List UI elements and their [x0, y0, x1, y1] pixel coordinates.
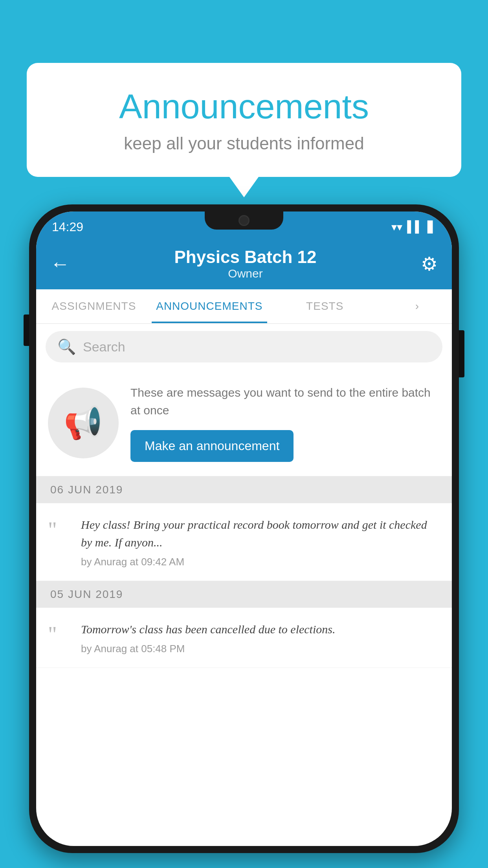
search-input-wrap[interactable]: 🔍 Search [46, 331, 442, 362]
back-button[interactable]: ← [50, 252, 70, 275]
search-placeholder: Search [83, 339, 125, 355]
speech-bubble-title: Announcements [42, 86, 446, 127]
phone-notch [205, 211, 283, 230]
promo-right: These are messages you want to send to t… [130, 384, 440, 462]
announcement-text-2: Tomorrow's class has been cancelled due … [81, 620, 440, 638]
header-title-group: Physics Batch 12 Owner [174, 247, 317, 280]
content-area: 🔍 Search 📢 These are messages you want t… [36, 324, 452, 668]
settings-icon[interactable]: ⚙ [421, 253, 438, 275]
announcement-author-1: by Anurag at 09:42 AM [81, 556, 440, 568]
wifi-icon: ▾▾ [391, 221, 402, 234]
battery-icon: ▋ [427, 221, 436, 234]
date-separator-jun5: 05 JUN 2019 [36, 581, 452, 608]
announcement-content-2: Tomorrow's class has been cancelled due … [81, 620, 440, 655]
announcement-item-2: " Tomorrow's class has been cancelled du… [36, 608, 452, 668]
tab-more[interactable]: › [383, 289, 452, 323]
phone-side-button-right [459, 330, 464, 377]
status-time: 14:29 [52, 220, 83, 234]
phone-side-button-left [24, 314, 29, 346]
search-bar: 🔍 Search [36, 324, 452, 370]
date-separator-jun6: 06 JUN 2019 [36, 476, 452, 503]
tab-announcements[interactable]: ANNOUNCEMENTS [152, 289, 267, 323]
megaphone-icon: 📢 [64, 405, 103, 441]
batch-title: Physics Batch 12 [174, 247, 317, 267]
megaphone-circle: 📢 [48, 388, 119, 458]
tabs-bar: ASSIGNMENTS ANNOUNCEMENTS TESTS › [36, 289, 452, 324]
promo-description: These are messages you want to send to t… [130, 384, 440, 419]
tab-assignments[interactable]: ASSIGNMENTS [36, 289, 152, 323]
announcement-promo: 📢 These are messages you want to send to… [36, 370, 452, 476]
app-header: ← Physics Batch 12 Owner ⚙ [36, 238, 452, 289]
announcement-content-1: Hey class! Bring your practical record b… [81, 516, 440, 568]
phone-camera [238, 215, 250, 226]
announcement-author-2: by Anurag at 05:48 PM [81, 643, 440, 655]
phone-screen: 14:29 ▾▾ ▌▌ ▋ ← Physics Batch 12 Owner ⚙ [36, 211, 452, 846]
status-icons: ▾▾ ▌▌ ▋ [391, 221, 436, 234]
signal-icon: ▌▌ [407, 221, 423, 233]
search-icon: 🔍 [57, 338, 76, 355]
speech-bubble-container: Announcements keep all your students inf… [27, 63, 461, 177]
speech-bubble: Announcements keep all your students inf… [27, 63, 461, 177]
owner-label: Owner [174, 267, 317, 280]
quote-icon-2: " [48, 620, 72, 645]
announcement-item-1: " Hey class! Bring your practical record… [36, 503, 452, 581]
make-announcement-button[interactable]: Make an announcement [130, 430, 294, 462]
tab-tests[interactable]: TESTS [267, 289, 383, 323]
phone-outer: 14:29 ▾▾ ▌▌ ▋ ← Physics Batch 12 Owner ⚙ [29, 204, 459, 853]
quote-icon-1: " [48, 516, 72, 541]
speech-bubble-subtitle: keep all your students informed [42, 134, 446, 153]
announcement-text-1: Hey class! Bring your practical record b… [81, 516, 440, 551]
phone-container: 14:29 ▾▾ ▌▌ ▋ ← Physics Batch 12 Owner ⚙ [29, 204, 459, 853]
